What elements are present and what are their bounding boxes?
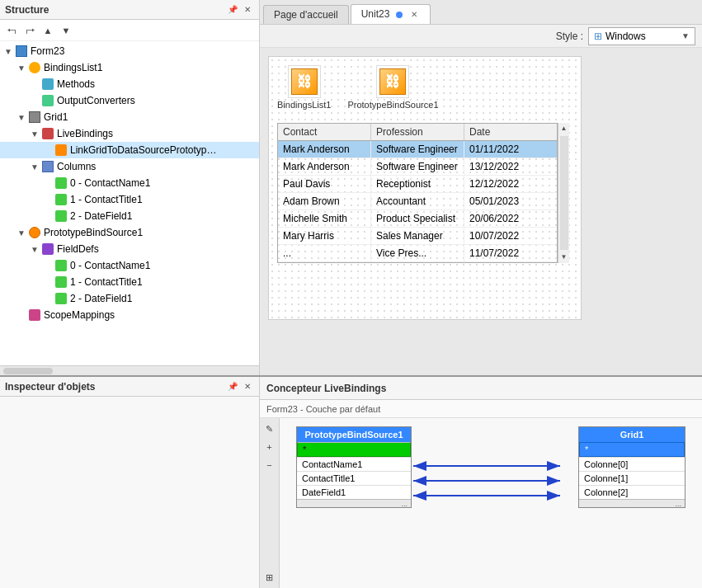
lb-remove-tool[interactable]: − [262,458,277,473]
grid-row-2[interactable]: Paul Davis Receptionist 12/12/2022 [278,176,557,193]
expand-form23[interactable]: ▼ [2,45,15,58]
bindingslist1-icon-inner: ⛓ [291,68,318,95]
field-icon-fd0 [54,259,68,272]
tree-item-scopemappings[interactable]: ▶ ScopeMappings [0,307,259,323]
grid-row-0[interactable]: Mark Anderson Software Engineer 01/11/20… [278,141,557,158]
proto1-label: PrototypeBindSource1 [44,227,143,238]
fielddefs-icon [41,242,54,256]
grid-row-5[interactable]: Mary Harris Sales Manager 10/07/2022 [278,228,557,245]
scroll-down-btn[interactable]: ▼ [558,252,570,263]
scroll-up-btn[interactable]: ▲ [558,123,570,134]
tree-item-form23[interactable]: ▼ Form23 [0,43,259,59]
field-icon-col2 [54,209,68,223]
lb-grid-tool[interactable]: ⊞ [262,570,277,585]
cell-date-4: 20/06/2022 [464,210,557,227]
grid-row-4[interactable]: Michelle Smith Product Specialist 20/06/… [278,210,557,228]
tab-bar: Page d'accueil Unit23 ✕ [260,0,702,25]
lb-title: Concepteur LiveBindings [266,383,386,394]
tree-item-col2[interactable]: ▶ 2 - DateField1 [0,208,259,224]
lb-cursor-tool[interactable]: ✎ [262,421,277,436]
lb-diagram: PrototypeBindSource1 * ContactName1 Cont… [280,418,702,588]
inspector-title: Inspecteur d'objets [5,381,96,393]
cell-date-6: 11/07/2022 [464,245,557,261]
lb-node-proto[interactable]: PrototypeBindSource1 * ContactName1 Cont… [296,426,412,508]
cell-contact-2: Paul Davis [278,176,371,192]
structure-hscrollbar[interactable] [0,365,259,375]
scroll-thumb[interactable] [560,136,568,250]
component-bindingslist1[interactable]: ⛓ BindingsList1 [277,65,331,110]
expand-grid1[interactable]: ▼ [15,111,28,124]
tab-accueil[interactable]: Page d'accueil [263,5,349,24]
scopemappings-label: ScopeMappings [44,309,115,321]
grid-scrollbar[interactable]: ▲ ▼ [558,123,569,263]
livebindings-icon [41,127,54,140]
grid-node-header: Grid1 [579,427,685,442]
tree-item-fielddefs[interactable]: ▼ FieldDefs [0,241,259,257]
livebindings-panel: Concepteur LiveBindings Form23 - Couche … [260,377,702,588]
toolbar-btn-2[interactable]: ⮣ [21,22,38,39]
bindingslist1-icon-box: ⛓ [288,65,321,98]
style-bar: Style : ⊞ Windows ▼ [260,25,702,48]
expand-fielddefs[interactable]: ▼ [28,242,41,256]
cell-contact-4: Michelle Smith [278,210,371,227]
toolbar-btn-1[interactable]: ⮢ [3,22,20,39]
grid-row-6[interactable]: ... Vice Pres... 11/07/2022 [278,245,557,262]
proto-icon [28,226,41,239]
tree-item-livebindings[interactable]: ▼ LiveBindings [0,125,259,142]
tree-item-outputconverters[interactable]: ▶ OutputConverters [0,92,259,109]
component-protobindsource1[interactable]: ⛓ PrototypeBindSource1 [347,65,438,110]
expand-bindingslist1[interactable]: ▼ [15,61,28,74]
grid-outer: Contact Profession Date Mark Anderson So… [277,123,572,263]
col-contact: Contact [278,124,371,140]
tree-item-fd1[interactable]: ▶ 1 - ContactTitle1 [0,274,259,290]
design-area[interactable]: ⛓ BindingsList1 ⛓ PrototypeBindSource1 [260,48,702,375]
tree-item-bindingslist1[interactable]: ▼ BindingsList1 [0,59,259,76]
grid-header: Contact Profession Date [278,124,557,141]
expand-livebindings[interactable]: ▼ [28,127,41,140]
inspector-pin-icon[interactable]: 📌 [226,380,239,393]
link-icon [54,143,68,157]
expand-columns[interactable]: ▼ [28,160,41,173]
style-select[interactable]: ⊞ Windows ▼ [588,27,695,45]
pin-icon[interactable]: 📌 [226,3,239,16]
tree-item-columns[interactable]: ▼ Columns [0,158,259,175]
inspector-header: Inspecteur d'objets 📌 ✕ [0,377,259,397]
fd1-label: 1 - ContactTitle1 [70,276,143,288]
hscroll-thumb[interactable] [3,368,53,374]
grid-row-1[interactable]: Mark Anderson Software Engineer 13/12/20… [278,158,557,176]
tab-unit23-close[interactable]: ✕ [408,9,420,21]
tree-item-grid1[interactable]: ▼ Grid1 [0,109,259,125]
columns-icon [41,160,54,173]
tree-item-proto1[interactable]: ▼ PrototypeBindSource1 [0,224,259,241]
inspector-close-icon[interactable]: ✕ [241,380,254,393]
col-date: Date [464,124,557,140]
fielddefs-label: FieldDefs [57,243,99,255]
bl-glyph: ⛓ [297,73,312,91]
tree-item-col0[interactable]: ▶ 0 - ContactName1 [0,175,259,191]
toolbar-btn-down[interactable]: ▼ [58,22,74,39]
toolbar-btn-up[interactable]: ▲ [40,22,56,39]
inspector-content [0,397,259,588]
tree-item-fd2[interactable]: ▶ 2 - DateField1 [0,290,259,307]
main-content: Page d'accueil Unit23 ✕ Style : ⊞ Window… [260,0,702,375]
lb-content: ✎ + − ⊞ PrototypeBindSource1 * ContactNa… [260,418,702,588]
tree-item-col1[interactable]: ▶ 1 - ContactTitle1 [0,191,259,208]
expand-proto1[interactable]: ▼ [15,226,28,239]
methods-icon [41,78,54,91]
grid-row-3[interactable]: Adam Brown Accountant 05/01/2023 [278,193,557,210]
style-value: Windows [605,31,646,42]
tab-unit23-label: Unit23 [361,8,390,20]
data-grid[interactable]: Contact Profession Date Mark Anderson So… [277,123,558,263]
lb-add-tool[interactable]: + [262,440,277,454]
tab-unit23[interactable]: Unit23 ✕ [351,4,431,24]
tree-item-linkgrid[interactable]: ▶ LinkGridToDataSourcePrototypeBindSourc [0,142,259,158]
lb-node-grid[interactable]: Grid1 * Colonne[0] Colonne[1] Colonne[2]… [578,426,686,508]
tree-item-fd0[interactable]: ▶ 0 - ContactName1 [0,257,259,274]
lb-panel-header: Concepteur LiveBindings [260,377,702,400]
tree-item-methods[interactable]: ▶ Methods [0,76,259,92]
cell-contact-1: Mark Anderson [278,158,371,175]
cell-profession-0: Software Engineer [371,141,464,158]
lb-subtitle: Form23 - Couche par défaut [266,404,380,414]
close-icon[interactable]: ✕ [241,3,254,16]
inspector-panel: Inspecteur d'objets 📌 ✕ [0,377,260,588]
